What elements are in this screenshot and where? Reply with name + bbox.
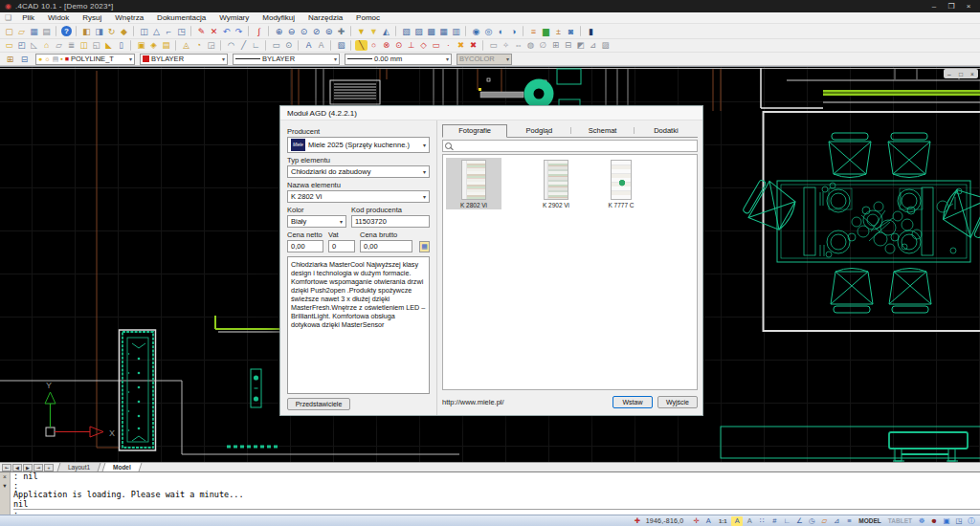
product-search[interactable] xyxy=(442,140,698,152)
info[interactable]: ⓘ xyxy=(966,516,977,526)
separator[interactable] xyxy=(175,40,177,51)
text[interactable]: A xyxy=(302,40,315,51)
menu-item[interactable]: Wymiary xyxy=(212,12,256,24)
pencil[interactable]: ✎ xyxy=(195,26,208,37)
slice[interactable]: ∅ xyxy=(537,40,549,51)
wall-end[interactable]: ◺ xyxy=(28,40,40,51)
separator[interactable] xyxy=(190,26,192,36)
separator[interactable] xyxy=(298,40,300,51)
separator[interactable] xyxy=(395,26,397,36)
layout-nav-button[interactable]: ▶ xyxy=(23,464,33,471)
separator[interactable] xyxy=(580,26,582,36)
cube-top[interactable]: ▧ xyxy=(400,26,412,37)
snap-corner-toggle[interactable]: ∟ xyxy=(781,516,792,526)
ceiling[interactable]: ▱ xyxy=(53,40,65,51)
render[interactable]: ◙ xyxy=(565,26,577,37)
levels[interactable]: ≣ xyxy=(65,40,78,51)
align[interactable]: ⌐ xyxy=(163,26,175,37)
region[interactable]: ◆ xyxy=(118,26,130,37)
model-indicator[interactable]: MODEL xyxy=(858,517,880,524)
layer-bars[interactable]: ≡ xyxy=(527,26,540,37)
cabinet[interactable]: ▣ xyxy=(135,40,147,51)
separator[interactable] xyxy=(350,26,352,36)
print[interactable]: ▤ xyxy=(40,26,53,37)
mdi-restore-button[interactable]: □ xyxy=(959,71,963,77)
separator[interactable] xyxy=(220,40,222,51)
panel[interactable]: ▮ xyxy=(585,26,597,37)
snap-center[interactable]: ○ xyxy=(368,40,380,51)
calculator-icon[interactable]: ▦ xyxy=(419,241,430,252)
zoom-out[interactable]: ⊖ xyxy=(285,26,298,37)
annotation-visibility[interactable]: A xyxy=(744,516,755,526)
menu-item[interactable]: Plik xyxy=(15,12,41,24)
polar-toggle[interactable]: ◷ xyxy=(806,516,817,526)
ortho-toggle[interactable]: ∠ xyxy=(793,516,805,526)
separator[interactable] xyxy=(330,40,332,51)
separator[interactable] xyxy=(268,26,270,36)
section[interactable]: ± xyxy=(552,26,565,37)
separator[interactable] xyxy=(523,26,524,36)
appliance[interactable]: ◔ xyxy=(192,40,205,51)
snap-point[interactable]: · xyxy=(442,40,455,51)
snap-quadrant[interactable]: ⊙ xyxy=(392,40,405,51)
door[interactable]: ◫ xyxy=(78,40,90,51)
name-select[interactable]: K 2802 Vi ▾ xyxy=(287,190,430,203)
separator[interactable] xyxy=(133,26,135,36)
equipment[interactable]: ◬ xyxy=(180,40,192,51)
color-select[interactable]: BYLAYER ▾ xyxy=(140,54,228,65)
zoom-in[interactable]: ⊕ xyxy=(273,26,285,37)
snap-midpoint[interactable]: ◇ xyxy=(417,40,430,51)
window-element[interactable]: ◱ xyxy=(90,40,102,51)
grid-plus[interactable]: ⊞ xyxy=(549,40,562,51)
grid-minus[interactable]: ⊟ xyxy=(562,40,574,51)
zoom-previous[interactable]: ⊘ xyxy=(310,26,323,37)
circle[interactable]: ⊙ xyxy=(282,40,295,51)
hatch[interactable]: ▨ xyxy=(599,40,612,51)
dialog-tab[interactable]: Podgląd xyxy=(507,124,570,137)
orbit-sw[interactable]: ◑ xyxy=(507,26,520,37)
regen[interactable]: ∫ xyxy=(253,26,265,37)
snap-endpoint[interactable]: ▭ xyxy=(430,40,442,51)
text-edit[interactable]: A xyxy=(315,40,327,51)
layout-nav-button[interactable]: + xyxy=(44,464,54,471)
paint-format[interactable]: ◨ xyxy=(93,26,105,37)
command-expand-button[interactable]: ▾ xyxy=(3,482,6,490)
color-select-dialog[interactable]: Biały ▾ xyxy=(287,215,346,228)
product-thumbnail[interactable]: K 2902 Vi xyxy=(528,158,584,209)
worktop[interactable]: ▤ xyxy=(160,40,172,51)
separator[interactable] xyxy=(248,26,250,36)
product-thumbnail[interactable]: K 2802 Vi xyxy=(446,158,501,209)
open-folder[interactable]: ▱ xyxy=(15,26,28,37)
pan[interactable]: ✚ xyxy=(335,26,347,37)
cube-left[interactable]: ▩ xyxy=(425,26,437,37)
column[interactable]: ▯ xyxy=(115,40,127,51)
stairs[interactable]: ◣ xyxy=(102,40,115,51)
wall[interactable]: ▭ xyxy=(3,40,15,51)
roof[interactable]: ⌂ xyxy=(40,40,53,51)
producer-code-input[interactable]: 11503720 xyxy=(351,215,430,228)
menu-item[interactable]: Wnętrza xyxy=(108,12,150,24)
cascade-windows[interactable]: ◳ xyxy=(953,516,965,526)
zoom-extents[interactable]: ⊚ xyxy=(323,26,335,37)
producer-select[interactable]: Miele Miele 2025 (Sprzęty kuchenne.) ▾ xyxy=(287,137,430,153)
dialog-tab[interactable]: Fotografie xyxy=(442,124,507,138)
group[interactable]: ◫ xyxy=(138,26,150,37)
menu-item[interactable]: Modyfikuj xyxy=(256,12,301,24)
monitor[interactable]: ▣ xyxy=(941,516,952,526)
separator[interactable] xyxy=(465,26,467,36)
array[interactable]: ◳ xyxy=(175,26,188,37)
lineweight-select[interactable]: 0.00 mm ▾ xyxy=(345,54,452,65)
user[interactable]: ☻ xyxy=(928,516,940,526)
erase[interactable]: ✕ xyxy=(208,26,220,37)
maximize-button[interactable]: ❒ xyxy=(945,2,958,11)
solid-3d[interactable]: ▧ xyxy=(335,40,347,51)
mdi-minimize-button[interactable]: – xyxy=(947,71,951,77)
copy-element[interactable]: ◲ xyxy=(205,40,217,51)
orbit-se[interactable]: ◐ xyxy=(495,26,507,37)
layer-properties[interactable]: ⊞ xyxy=(4,54,16,65)
save[interactable]: ▦ xyxy=(28,26,40,37)
exit-button[interactable]: Wyjście xyxy=(657,396,698,408)
annotation-scale[interactable]: A xyxy=(702,516,714,526)
arc[interactable]: ◠ xyxy=(225,40,237,51)
orbit-ne[interactable]: ◉ xyxy=(470,26,482,37)
